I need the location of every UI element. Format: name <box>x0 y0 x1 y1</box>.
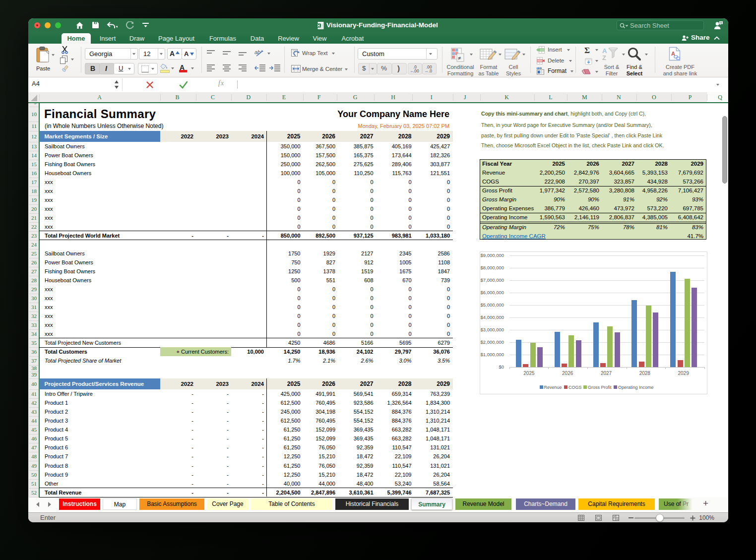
svg-text:Z: Z <box>602 54 606 62</box>
svg-text:A: A <box>602 47 607 55</box>
svg-text:≠: ≠ <box>458 55 461 61</box>
svg-text:ab: ab <box>254 49 260 55</box>
